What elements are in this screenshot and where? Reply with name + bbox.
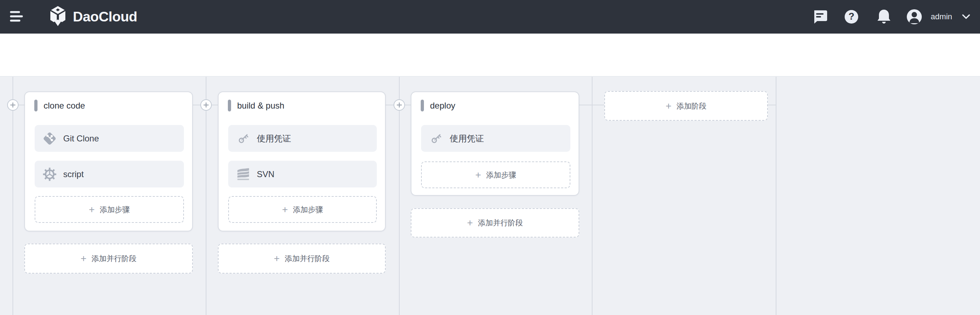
step-label: 使用凭证	[450, 133, 484, 144]
brand-name: DaoCloud	[73, 9, 137, 25]
plus-icon: +	[81, 254, 86, 264]
stage-rail	[206, 77, 207, 315]
stage-card-build-push[interactable]: build & push 使用凭证	[218, 91, 386, 231]
insert-stage-button[interactable]	[394, 99, 405, 111]
add-stage-label: 添加阶段	[676, 101, 706, 111]
step-use-credential[interactable]: 使用凭证	[421, 125, 570, 152]
insert-stage-button[interactable]	[200, 99, 212, 111]
add-parallel-stage-button[interactable]: + 添加并行阶段	[218, 243, 386, 274]
stage-rail	[776, 77, 776, 315]
step-svn[interactable]: SVN	[228, 161, 377, 188]
add-stage-button[interactable]: + 添加阶段	[604, 91, 768, 121]
svn-icon	[236, 167, 250, 181]
insert-stage-button[interactable]	[7, 99, 19, 111]
stage-name: clone code	[44, 101, 85, 111]
add-parallel-stage-label: 添加并行阶段	[285, 254, 329, 264]
add-step-label: 添加步骤	[293, 205, 323, 215]
add-step-label: 添加步骤	[100, 205, 130, 215]
step-label: SVN	[257, 169, 274, 179]
gear-icon	[43, 167, 57, 181]
notifications-bell-icon[interactable]	[877, 9, 891, 25]
stage-handle-icon	[228, 100, 231, 111]
daocloud-cube-icon	[49, 6, 67, 28]
username-label: admin	[931, 12, 952, 21]
user-avatar[interactable]	[907, 9, 922, 25]
plus-icon: +	[476, 170, 481, 180]
stage-card-deploy[interactable]: deploy 使用凭证 + 添加步骤	[411, 91, 579, 196]
pipeline-canvas: clone code Git Clone	[0, 77, 980, 315]
add-parallel-stage-button[interactable]: + 添加并行阶段	[24, 243, 193, 274]
key-icon	[429, 131, 443, 146]
plus-icon: +	[666, 101, 671, 111]
user-menu-chevron-down-icon[interactable]	[962, 14, 970, 19]
add-parallel-stage-button[interactable]: + 添加并行阶段	[411, 208, 579, 237]
page-header: 编辑流水线: test-ruby-git-mcgqsk </> 缓存配置 环境变…	[0, 33, 980, 77]
menu-icon[interactable]	[10, 10, 24, 24]
add-parallel-stage-label: 添加并行阶段	[91, 254, 137, 264]
plus-icon: +	[282, 205, 288, 215]
help-icon[interactable]: ?	[844, 10, 859, 24]
stage-header: build & push	[228, 100, 385, 111]
messages-icon[interactable]	[813, 9, 827, 25]
stage-name: deploy	[430, 101, 455, 111]
navbar-right: ? admin	[813, 0, 970, 33]
add-step-label: 添加步骤	[486, 170, 516, 180]
top-navbar: DaoCloud ?	[0, 0, 980, 33]
key-icon	[236, 131, 250, 146]
step-script[interactable]: script	[35, 161, 184, 188]
svg-text:?: ?	[849, 11, 854, 22]
stage-name: build & push	[237, 101, 284, 111]
add-step-button[interactable]: + 添加步骤	[421, 161, 570, 188]
step-label: script	[63, 169, 84, 179]
step-label: Git Clone	[63, 134, 99, 143]
step-git-clone[interactable]: Git Clone	[35, 125, 184, 152]
stage-header: deploy	[421, 100, 579, 111]
step-use-credential[interactable]: 使用凭证	[228, 125, 377, 152]
stage-handle-icon	[421, 100, 424, 111]
stage-card-clone-code[interactable]: clone code Git Clone	[24, 91, 193, 231]
plus-icon: +	[467, 218, 473, 228]
git-icon	[43, 131, 57, 146]
stage-rail	[592, 77, 592, 315]
add-step-button[interactable]: + 添加步骤	[35, 196, 184, 223]
plus-icon: +	[89, 205, 95, 215]
add-step-button[interactable]: + 添加步骤	[228, 196, 377, 223]
stage-header: clone code	[34, 100, 192, 111]
add-parallel-stage-label: 添加并行阶段	[478, 218, 523, 228]
stage-rail	[399, 77, 399, 315]
plus-icon: +	[274, 254, 280, 264]
stage-rail	[13, 77, 13, 315]
stage-handle-icon	[34, 100, 38, 111]
step-label: 使用凭证	[257, 133, 291, 144]
brand-logo[interactable]: DaoCloud	[49, 0, 137, 33]
